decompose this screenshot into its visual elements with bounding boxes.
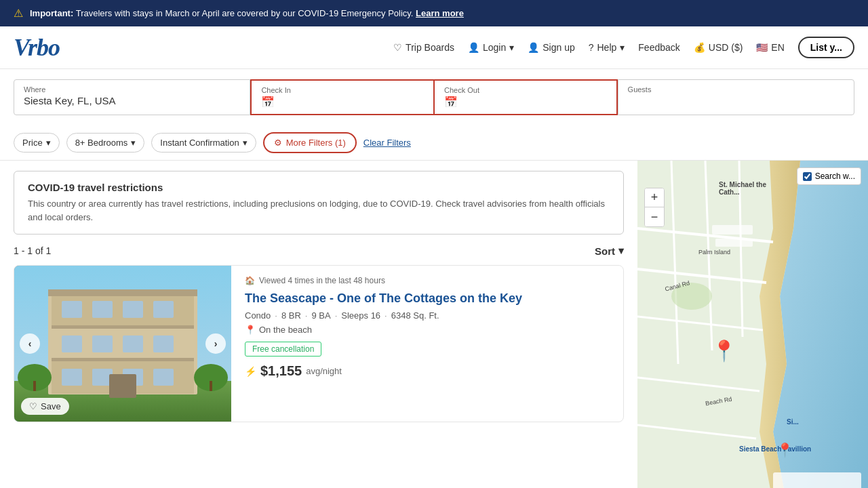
map-zoom-controls: + − — [644, 188, 665, 227]
covid-text: This country or area currently has trave… — [28, 197, 610, 224]
svg-rect-14 — [62, 369, 82, 386]
chevron-down-icon: ▾ — [509, 42, 514, 53]
currency-link[interactable]: 💰 USD ($) — [694, 42, 743, 53]
currency-icon: 💰 — [694, 42, 705, 53]
chevron-down-icon-help: ▾ — [620, 42, 625, 53]
map-pin: 📍 — [711, 339, 736, 363]
flag-icon: 🇺🇸 — [756, 42, 768, 53]
chevron-down-icon-instant: ▾ — [243, 138, 248, 148]
svg-rect-10 — [62, 336, 82, 352]
chevron-down-icon-price: ▾ — [46, 138, 51, 148]
siesta-beach-marker: 📍 — [776, 442, 793, 458]
svg-rect-19 — [52, 325, 194, 329]
login-link[interactable]: 👤 Login ▾ — [468, 42, 514, 53]
where-label: Where — [24, 85, 240, 94]
svg-rect-7 — [92, 301, 113, 318]
svg-rect-25 — [48, 289, 197, 296]
map-label-stmichael: St. Michael theCath... — [719, 181, 766, 196]
image-prev-button[interactable]: ‹ — [20, 333, 40, 354]
price-section: ⚡ $1,155 avg/night — [245, 363, 610, 379]
svg-rect-13 — [153, 336, 174, 352]
zoom-in-button[interactable]: + — [645, 188, 664, 207]
map-label-si: Si... — [787, 418, 799, 426]
list-property-button[interactable]: List y... — [798, 37, 854, 58]
property-meta: Condo · 8 BR · 9 BA · Sleeps 16 · 6348 S… — [245, 310, 610, 321]
instant-confirmation-filter[interactable]: Instant Confirmation ▾ — [151, 133, 256, 152]
sliders-icon: ⚙ — [274, 138, 282, 148]
viewed-tag: 🏠 Viewed 4 times in the last 48 hours — [245, 276, 610, 285]
language-link[interactable]: 🇺🇸 EN — [756, 42, 784, 53]
person-icon: 👤 — [468, 42, 479, 53]
more-filters-button[interactable]: ⚙ More Filters (1) — [263, 132, 357, 153]
svg-rect-37 — [712, 225, 753, 235]
map-search-checkbox[interactable]: Search w... — [797, 167, 861, 185]
price-filter[interactable]: Price ▾ — [14, 133, 60, 152]
free-cancellation-badge: Free cancellation — [245, 342, 321, 357]
question-icon: ? — [589, 42, 594, 53]
logo[interactable]: Vrbo — [14, 33, 60, 62]
banner-text: Important: Travelers with stays in March… — [30, 8, 464, 18]
save-button[interactable]: ♡ Save — [21, 398, 69, 415]
check-in-label: Check In — [261, 86, 424, 94]
price-amount: $1,155 — [260, 363, 302, 379]
property-card: ‹ › ♡ Save 🏠 Viewed 4 times in the last … — [14, 265, 624, 422]
map-background — [637, 161, 868, 488]
svg-rect-40 — [773, 472, 861, 488]
svg-rect-12 — [123, 336, 143, 352]
listings-panel: COVID-19 travel restrictions This countr… — [0, 161, 637, 488]
check-in-field[interactable]: Check In 📅 — [250, 79, 433, 115]
search-bar: Where Siesta Key, FL, USA Check In 📅 Che… — [0, 69, 868, 125]
svg-rect-11 — [92, 336, 113, 352]
svg-rect-22 — [33, 381, 36, 391]
person-add-icon: 👤 — [528, 42, 539, 53]
sign-up-link[interactable]: 👤 Sign up — [528, 42, 574, 53]
heart-save-icon: ♡ — [29, 401, 37, 411]
image-next-button[interactable]: › — [205, 333, 226, 354]
warning-icon: ⚠ — [14, 7, 23, 20]
location-pin-icon: 📍 — [245, 325, 256, 335]
guests-field[interactable]: Guests — [618, 79, 854, 115]
svg-rect-18 — [109, 374, 136, 398]
svg-rect-24 — [210, 381, 212, 391]
guests-label: Guests — [628, 85, 844, 94]
results-count: 1 - 1 of 1 — [14, 245, 51, 256]
property-details: 🏠 Viewed 4 times in the last 48 hours Th… — [231, 266, 623, 422]
search-while-moving-checkbox[interactable] — [803, 172, 812, 181]
property-title[interactable]: The Seascape - One of The Cottages on th… — [245, 291, 610, 306]
property-location: 📍 On the beach — [245, 325, 610, 335]
bedrooms-filter[interactable]: 8+ Bedrooms ▾ — [66, 133, 145, 152]
results-header: 1 - 1 of 1 Sort ▾ — [14, 245, 624, 257]
map-label-palmisland: Palm Island — [698, 249, 730, 256]
svg-rect-9 — [153, 301, 174, 318]
covid-title: COVID-19 travel restrictions — [28, 182, 610, 193]
where-value: Siesta Key, FL, USA — [24, 95, 240, 106]
where-field[interactable]: Where Siesta Key, FL, USA — [14, 79, 250, 115]
main-content: COVID-19 travel restrictions This countr… — [0, 161, 868, 488]
map-label-siesta-beach: Siesta Beach Pavillion — [739, 445, 811, 453]
svg-rect-8 — [123, 301, 143, 318]
sort-button[interactable]: Sort ▾ — [595, 245, 624, 257]
chevron-down-icon-sort: ▾ — [618, 245, 624, 257]
help-link[interactable]: ? Help ▾ — [589, 42, 625, 53]
header: Vrbo ♡ Trip Boards 👤 Login ▾ 👤 Sign up ?… — [0, 26, 868, 69]
zoom-out-button[interactable]: − — [645, 207, 664, 226]
map-container: St. Michael theCath... Canal Rd Palm Isl… — [637, 161, 868, 488]
clear-filters-button[interactable]: Clear Filters — [363, 138, 411, 148]
covid-banner-bar: ⚠ Important: Travelers with stays in Mar… — [0, 0, 868, 26]
svg-rect-38 — [715, 239, 753, 247]
heart-icon: ♡ — [393, 42, 402, 53]
learn-more-link[interactable]: Learn more — [416, 8, 464, 18]
covid-notice: COVID-19 travel restrictions This countr… — [14, 171, 624, 235]
price-per: avg/night — [306, 366, 342, 376]
svg-rect-17 — [153, 369, 174, 386]
check-in-value: 📅 — [261, 96, 424, 108]
trip-boards-link[interactable]: ♡ Trip Boards — [393, 42, 454, 53]
house-icon: 🏠 — [245, 276, 255, 285]
calendar-icon-checkout: 📅 — [444, 96, 458, 108]
calendar-icon-checkin: 📅 — [261, 96, 275, 108]
check-out-label: Check Out — [444, 86, 607, 94]
feedback-button[interactable]: Feedback — [638, 42, 679, 53]
check-out-field[interactable]: Check Out 📅 — [433, 79, 618, 115]
filters-bar: Price ▾ 8+ Bedrooms ▾ Instant Confirmati… — [0, 125, 868, 161]
nav-items: ♡ Trip Boards 👤 Login ▾ 👤 Sign up ? Help… — [393, 37, 854, 58]
